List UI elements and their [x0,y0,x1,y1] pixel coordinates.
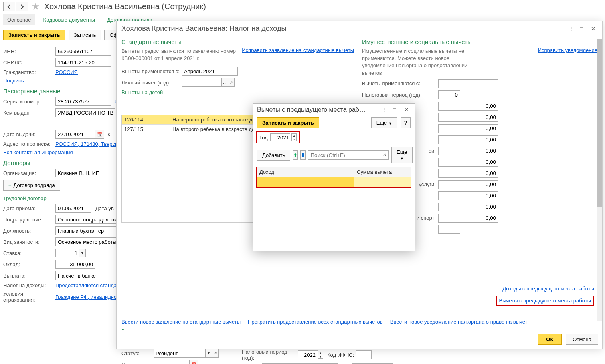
r-housing-input[interactable] [438,102,498,111]
l2-help-button[interactable]: ? [401,117,411,128]
l2-more-icon[interactable]: ⋮ [382,107,388,113]
l2-year-spinner[interactable]: ▲▼ [291,133,297,141]
fix-std-link[interactable]: Исправить заявление на стандартные вычет… [242,47,354,53]
personal-open-button[interactable]: ↗ [228,78,235,87]
l2-move-down-button[interactable]: ⬇ [300,150,306,160]
l2-move-up-button[interactable]: ⬆ [293,150,298,160]
tax-link[interactable]: Предоставляются станда [55,282,117,288]
add-contract-label: Договор подряда [14,182,55,188]
ins-label: Условия страхования: [3,291,55,303]
np-input[interactable] [298,350,318,359]
set-from-calendar-button[interactable]: 📅 [190,360,198,364]
payout-input[interactable] [55,271,119,280]
status-input[interactable] [154,349,206,358]
link-new-notif[interactable]: Ввести новое уведомление нал.органа о пр… [390,319,528,325]
r-input-6[interactable] [438,158,498,167]
salary-input[interactable] [55,260,95,269]
more-vert-icon[interactable]: ⋮ [569,26,575,32]
inn-input[interactable] [55,47,111,56]
page-title: Хохлова Кристина Васильевна (Сотрудник) [44,2,206,11]
scrollbar-thumb[interactable] [597,39,602,207]
r-input-2[interactable] [438,113,498,122]
l2-table-row[interactable] [257,177,411,187]
date-issue-input[interactable] [55,130,95,139]
np-spinner[interactable]: ▲▼ [318,351,323,359]
nav-back-button[interactable] [3,2,15,11]
r-input-7[interactable] [438,169,498,178]
l2-search-clear-button[interactable]: × [380,151,388,159]
l2-search-input[interactable] [308,151,380,159]
link-stop[interactable]: Прекратить предоставление всех стандартн… [248,319,383,325]
cancel-button[interactable]: Отмена [566,334,598,345]
favorite-star-icon[interactable] [31,2,40,11]
nav-forward-button[interactable] [16,2,28,11]
issued-input[interactable] [55,108,115,117]
personal-input[interactable] [182,78,222,87]
set-from-input[interactable] [158,360,190,364]
hire-date-input[interactable] [55,204,91,213]
tab-main[interactable]: Основное [3,14,35,25]
r-input-4[interactable] [438,135,498,144]
l2-cell-income[interactable] [257,177,354,187]
addr-label: Адрес по прописке: [3,141,55,147]
l2-more-button-2[interactable]: Еще ▼ [391,147,412,163]
dept-input[interactable] [55,215,119,224]
l2-year-input[interactable] [270,133,290,141]
l2-more-button[interactable]: Еще ▼ [371,117,397,128]
r-input-8[interactable] [438,180,498,189]
l2-cell-amount[interactable] [354,177,411,187]
org-label: Организация: [3,170,55,176]
citizen-link[interactable]: РОССИЯ [55,69,78,75]
all-contact-link[interactable]: Вся контактная информация [3,149,73,155]
r-input-3[interactable] [438,124,498,133]
personal-dots-button[interactable]: … [222,78,228,87]
np-label: Налоговый период (год): [242,349,298,361]
l2-maximize-icon[interactable]: □ [393,107,399,113]
save-button[interactable]: Записать [69,30,101,40]
l2-col-income[interactable]: Доход [257,167,354,177]
child-row-1-code: 126/114 [122,115,170,124]
fix-notif-link[interactable]: Исправить уведомление [538,47,597,53]
tab-hr-docs[interactable]: Кадровые документы [39,14,99,25]
org-input[interactable] [55,169,115,177]
l2-save-close-button[interactable]: Записать и закрыть [257,117,319,128]
l2-close-icon[interactable]: ✕ [404,107,411,113]
save-close-button[interactable]: Записать и закрыть [3,30,65,40]
ok-button[interactable]: ОК [538,334,562,345]
prop-head: Имущественные и социальные вычеты [362,38,538,45]
add-contract-button[interactable]: + Договор подряда [3,180,60,191]
signature-link[interactable]: Подпись [3,78,24,84]
addr-link[interactable]: РОССИЯ, 171480, Тверск [55,141,117,147]
std-text-1: Вычеты предоставляются по заявлению номе… [121,48,236,54]
r-period-input[interactable] [438,90,460,99]
series-input[interactable] [55,97,111,106]
date-issue-calendar-button[interactable]: 📅 [95,130,104,139]
tax-label: Налог на доходы: [3,282,55,288]
date-issue-k: К [107,131,111,137]
l2-col-amount[interactable]: Сумма вычета [354,167,411,177]
r-input-5[interactable] [438,147,498,155]
rate-dropdown-button[interactable]: ▼ [79,249,86,257]
status-dropdown-button[interactable]: ▼ [206,349,212,358]
status-open-button[interactable]: ↗ [212,349,219,358]
hire-date-label: Дата приема: [3,205,55,211]
r-input-10[interactable] [438,203,498,211]
link-new-std[interactable]: Ввести новое заявление на стандартные вы… [121,319,241,325]
rate-input[interactable] [55,249,79,257]
arrow-down-icon: ⬇ [301,152,305,158]
close-icon[interactable]: ✕ [591,26,597,32]
from-input[interactable] [182,67,238,76]
r-input-9[interactable] [438,191,498,200]
emp-type-input[interactable] [55,237,119,246]
r-input-11[interactable] [438,214,498,223]
r-input-12[interactable] [438,225,460,234]
date-issue-label: Дата выдачи: [3,131,55,137]
maximize-icon[interactable]: □ [580,26,586,32]
snils-input[interactable] [55,58,111,67]
pos-input[interactable] [55,226,119,235]
l2-add-button[interactable]: Добавить [257,150,290,161]
ifns-input[interactable] [356,350,372,359]
income-prev-link[interactable]: Доходы с предыдущего места работы [502,286,594,292]
r-from-input[interactable] [438,79,498,88]
deduct-prev-link[interactable]: Вычеты с предыдущего места работы [496,296,594,306]
